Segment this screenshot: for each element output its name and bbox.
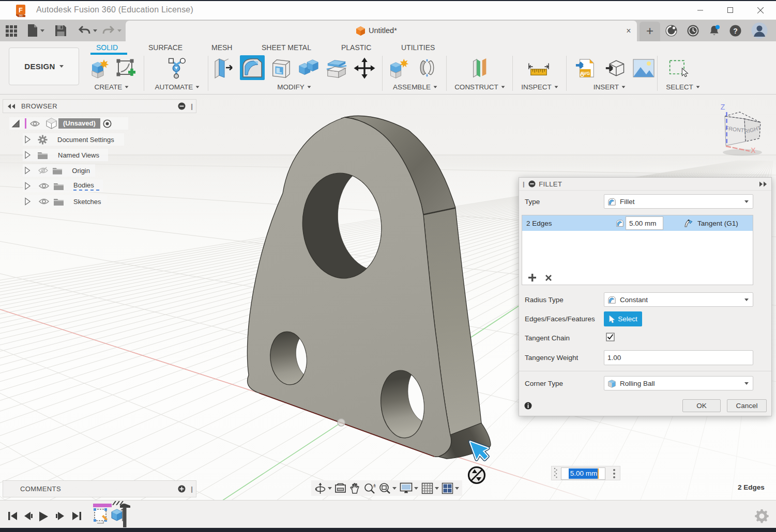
expand-arrow-icon[interactable]: [24, 182, 31, 190]
job-status-icon[interactable]: [687, 24, 699, 37]
corner-type-dropdown[interactable]: Rolling Ball: [604, 376, 753, 390]
avatar[interactable]: [751, 22, 768, 39]
timeline-sketch-feature[interactable]: [93, 508, 111, 525]
expand-dialog-icon[interactable]: [759, 181, 767, 187]
panel-grip[interactable]: ❙: [189, 103, 194, 110]
dimension-input[interactable]: 5.00 mm: [561, 467, 605, 480]
maximize-button[interactable]: [719, 1, 742, 20]
insert-svg-tool-icon[interactable]: SVG: [575, 57, 597, 80]
remove-edge-set-icon[interactable]: [545, 274, 552, 281]
edge-set-row[interactable]: 2 Edges 5.00 mm Tangent (G1): [522, 215, 753, 231]
group-modify[interactable]: MODIFY: [269, 82, 319, 91]
expand-arrow-icon[interactable]: [24, 197, 31, 206]
new-solid-tool-icon[interactable]: [88, 57, 110, 80]
zoom-tool[interactable]: ±: [363, 482, 376, 494]
add-comment-icon[interactable]: [178, 485, 186, 493]
panel-options-icon[interactable]: [178, 102, 186, 110]
app-grid-icon[interactable]: [5, 24, 18, 37]
tab-sheet-metal[interactable]: SHEET METAL: [262, 43, 311, 55]
tab-surface[interactable]: SURFACE: [148, 43, 182, 55]
timeline-step-forward-button[interactable]: [55, 511, 65, 521]
visibility-off-eye-icon[interactable]: [38, 166, 49, 175]
display-settings-tool[interactable]: [400, 482, 418, 494]
grid-snap-tool[interactable]: [421, 482, 439, 494]
canvas-image-tool-icon[interactable]: [633, 57, 655, 80]
cancel-button[interactable]: Cancel: [727, 399, 767, 412]
collapse-panel-icon[interactable]: [7, 103, 16, 109]
look-at-tool[interactable]: [334, 483, 346, 494]
visibility-eye-icon[interactable]: [39, 182, 49, 190]
view-cube[interactable]: FRONT RIGHT Z X: [717, 102, 776, 159]
more-options-icon[interactable]: [613, 468, 616, 479]
panel-grip[interactable]: ❙: [189, 486, 194, 493]
viewports-tool[interactable]: [442, 482, 459, 494]
tab-plastic[interactable]: PLASTIC: [341, 43, 371, 55]
orbit-tool[interactable]: [314, 482, 332, 494]
expand-arrow-icon[interactable]: [24, 151, 31, 159]
tab-mesh[interactable]: MESH: [211, 43, 232, 55]
minimize-button[interactable]: [689, 1, 712, 20]
group-automate[interactable]: AUTOMATE: [149, 82, 206, 91]
zoom-window-tool[interactable]: [378, 482, 397, 494]
notifications-icon[interactable]: [708, 24, 721, 37]
expand-arrow-icon[interactable]: [24, 135, 31, 144]
automate-tool-icon[interactable]: [165, 57, 187, 80]
group-inspect[interactable]: INSPECT: [516, 82, 564, 91]
timeline-position-marker[interactable]: [119, 503, 132, 527]
joint-tool-icon[interactable]: [416, 57, 438, 80]
timeline-go-to-end-button[interactable]: [72, 511, 82, 521]
split-body-tool-icon[interactable]: [326, 57, 347, 80]
create-sketch-tool-icon[interactable]: [115, 57, 136, 80]
drag-handle-icon[interactable]: [553, 467, 558, 479]
group-select[interactable]: SELECT: [661, 82, 705, 91]
pan-tool[interactable]: [349, 482, 360, 494]
browser-item-origin[interactable]: Origin: [23, 164, 95, 177]
measure-tool-icon[interactable]: [528, 57, 550, 80]
visibility-eye-icon[interactable]: [30, 120, 40, 127]
extensions-icon[interactable]: [665, 24, 678, 37]
group-insert[interactable]: INSERT: [587, 82, 632, 91]
browser-item-named-views[interactable]: Named Views: [23, 149, 108, 161]
ok-button[interactable]: OK: [682, 399, 721, 412]
timeline-go-to-start-button[interactable]: [8, 511, 18, 521]
select-edges-button[interactable]: Select: [604, 311, 642, 326]
type-dropdown[interactable]: Fillet: [604, 194, 753, 209]
move-copy-tool-icon[interactable]: [354, 57, 375, 80]
press-pull-tool-icon[interactable]: [213, 57, 235, 80]
browser-item-sketches[interactable]: Sketches: [23, 195, 107, 208]
close-button[interactable]: [749, 1, 772, 20]
activate-component-radio-icon[interactable]: [103, 119, 112, 128]
radius-type-dropdown[interactable]: Constant: [604, 292, 753, 307]
timeline-settings-gear-icon[interactable]: [755, 509, 769, 523]
info-icon[interactable]: [524, 402, 532, 410]
tab-utilities[interactable]: UTILITIES: [401, 43, 435, 55]
combine-tool-icon[interactable]: [298, 57, 319, 80]
browser-item-root[interactable]: (Unsaved): [9, 117, 128, 130]
file-menu-button[interactable]: [27, 24, 44, 37]
workspace-selector[interactable]: DESIGN: [9, 48, 79, 85]
browser-item-label[interactable]: (Unsaved): [58, 118, 100, 129]
canvas-area[interactable]: BROWSER ❙ (Unsaved): [0, 95, 776, 500]
dialog-options-icon[interactable]: [528, 180, 536, 187]
timeline-play-button[interactable]: [38, 511, 49, 522]
radius-input[interactable]: 5.00 mm: [626, 216, 663, 230]
redo-button[interactable]: [102, 24, 121, 37]
browser-panel-header[interactable]: BROWSER ❙: [3, 99, 196, 113]
add-edge-set-icon[interactable]: [528, 273, 537, 282]
insert-mesh-tool-icon[interactable]: [605, 57, 627, 80]
select-tool-icon[interactable]: [668, 57, 690, 80]
undo-button[interactable]: [78, 24, 97, 37]
fillet-tool-icon[interactable]: [240, 55, 265, 80]
expand-arrow-icon[interactable]: [24, 166, 31, 175]
timeline-step-back-button[interactable]: [23, 511, 33, 521]
fillet-dialog-header[interactable]: ❙ FILLET: [519, 178, 771, 191]
group-assemble[interactable]: ASSEMBLE: [387, 82, 444, 91]
group-construct[interactable]: CONSTRUCT: [451, 82, 509, 91]
document-tab-close-icon[interactable]: ×: [623, 26, 634, 36]
expand-collapse-icon[interactable]: [11, 119, 20, 128]
browser-item-document-settings[interactable]: Document Settings: [23, 133, 124, 146]
help-icon[interactable]: ?: [729, 24, 742, 37]
new-tab-button[interactable]: +: [640, 22, 660, 41]
tangency-weight-input[interactable]: 1.00: [604, 350, 753, 365]
group-create[interactable]: CREATE: [87, 82, 136, 91]
